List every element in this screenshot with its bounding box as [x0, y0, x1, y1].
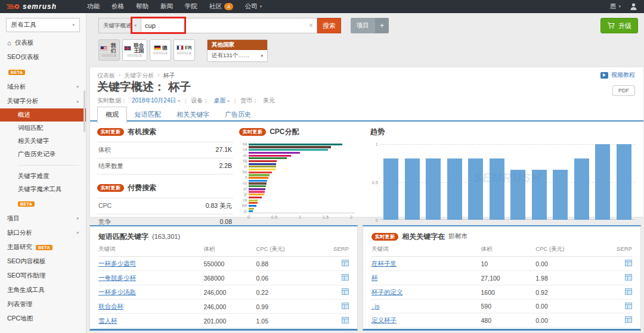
sidebar-item[interactable]: SEO写作助理	[0, 269, 86, 283]
keyword-link[interactable]: 在杯子里	[371, 260, 397, 267]
serp-icon[interactable]	[625, 288, 632, 295]
sidebar-item[interactable]: CPC地图	[0, 312, 86, 326]
sidebar-item-active[interactable]: 概述	[0, 108, 86, 122]
stat-label: 体积	[98, 146, 111, 154]
top-bar: semrush 功能价格帮助新闻学院社区4公司▾ 恩 ▾	[0, 0, 644, 13]
serp-icon[interactable]	[342, 317, 349, 323]
cpc-cell: 0.99	[256, 303, 317, 310]
tab-item[interactable]: 短语匹配	[127, 107, 169, 123]
sidebar-item[interactable]: 关键字分析▴	[0, 94, 86, 108]
cpc-country-label: za	[239, 198, 249, 203]
country-tab-label: 德	[154, 45, 168, 51]
bar	[574, 158, 589, 220]
column-header: SERP	[316, 245, 349, 253]
sidebar-scrollbar[interactable]	[83, 91, 85, 132]
top-nav-item[interactable]: 社区4	[209, 2, 233, 11]
all-tools-select[interactable]: 所有工具 ▾	[6, 18, 80, 32]
project-button[interactable]: 项目	[351, 18, 375, 33]
sidebar-item[interactable]: 缺口分析▾	[0, 226, 86, 240]
sidebar-item-sub[interactable]: 关键字魔术工具	[0, 183, 86, 196]
user-icon[interactable]	[630, 3, 637, 10]
search-scope-select[interactable]: 关键字概述 ▾	[98, 18, 141, 33]
chevron-down-icon: ▾	[618, 4, 621, 9]
keyword-link[interactable]: 一杯多少盎司	[98, 260, 136, 267]
keyword-link[interactable]: ..js	[371, 303, 379, 310]
top-nav-item[interactable]: 新闻	[160, 2, 173, 11]
sidebar-item-sub[interactable]: 广告历史记录	[0, 148, 86, 161]
keyword-link[interactable]: 雪人杯	[98, 317, 117, 324]
country-tab-us[interactable]: 我们GOOGLE	[98, 39, 120, 61]
top-nav-item[interactable]: 价格	[112, 2, 124, 11]
top-nav-item[interactable]: 学院	[185, 2, 197, 11]
serp-icon[interactable]	[625, 316, 632, 323]
breadcrumb-item[interactable]: 关键字分析	[124, 71, 154, 80]
date-select[interactable]: 2018年10月24日 ▾	[132, 97, 180, 105]
serp-icon[interactable]	[625, 274, 632, 281]
tab-item[interactable]: 广告历史	[217, 107, 259, 123]
device-select[interactable]: 桌面 ▾	[213, 97, 229, 105]
sidebar-item-sub[interactable]: 相关关键字	[0, 135, 86, 148]
report-tabs: 概观短语匹配相关关键字广告历史	[97, 107, 259, 123]
cpc-cell: 0.00	[535, 317, 598, 324]
serp-icon[interactable]	[342, 303, 349, 309]
bar	[468, 158, 483, 220]
keyword-link[interactable]: 定义杯子	[371, 316, 397, 323]
country-tab-gb[interactable]: 联合王国GOOGLE	[122, 39, 147, 61]
keyword-cell: 一杯多少盎司	[98, 260, 203, 268]
top-nav-item[interactable]: 公司▾	[245, 2, 262, 11]
chevron-down-icon: ▾	[76, 85, 79, 89]
sidebar-item[interactable]: 主角生成工具	[0, 283, 86, 297]
organic-search-title: 实时更新 有机搜索	[97, 127, 233, 137]
volume-cell: 201,000	[203, 318, 256, 325]
bar	[617, 144, 631, 220]
sidebar-item[interactable]: 主题研究BETA	[0, 240, 86, 254]
tab-item[interactable]: 相关关键字	[169, 107, 217, 123]
serp-icon[interactable]	[342, 260, 349, 266]
search-button[interactable]: 搜索	[317, 18, 341, 33]
flag-gb-icon	[124, 46, 131, 51]
serp-icon[interactable]	[342, 288, 349, 295]
pdf-button[interactable]: PDF	[612, 85, 635, 96]
user-menu[interactable]: 恩 ▾	[610, 2, 621, 11]
sidebar-item-label: SEO写作助理	[7, 272, 45, 280]
other-countries-select[interactable]: 其他国家还有131个……▾	[207, 39, 268, 62]
cpc-title-text: CPC分配	[270, 127, 299, 137]
tab-active[interactable]: 概观	[97, 107, 127, 124]
add-project-button[interactable]: +	[375, 18, 389, 33]
keyword-link[interactable]: 一夸脱多少杯	[98, 274, 136, 281]
keyword-link[interactable]: 杯子的定义	[371, 288, 403, 295]
sidebar-item-sub[interactable]: 关键字难度	[0, 170, 86, 183]
clear-icon[interactable]: ×	[309, 21, 313, 30]
sidebar-item[interactable]: 域分析▾	[0, 80, 86, 94]
main-area: 关键字概述 ▾ cup × 搜索 项目 + 升级 我们GOOGLE联合王国GOO…	[86, 13, 644, 333]
top-nav-item[interactable]: 帮助	[136, 2, 148, 11]
keyword-link[interactable]: 联合会杯	[98, 303, 123, 310]
serp-icon[interactable]	[625, 303, 632, 309]
notification-badge: 4	[224, 3, 233, 10]
sidebar-item[interactable]: SEO仪表板	[0, 50, 86, 64]
sidebar-item[interactable]: 列表管理	[0, 297, 86, 312]
currency-label: 货币：	[240, 97, 258, 105]
sidebar-item[interactable]: 项目▾	[0, 211, 86, 226]
country-tab-de[interactable]: 德GOOGLE	[150, 39, 171, 61]
search-input[interactable]: cup ×	[141, 18, 317, 33]
bar	[249, 208, 254, 210]
keyword-link[interactable]: 杯	[371, 274, 378, 281]
breadcrumb-item: 杯子	[163, 71, 175, 80]
upgrade-button[interactable]: 升级	[600, 18, 638, 33]
top-nav-item[interactable]: 功能	[87, 2, 100, 11]
cpc-cell: 0.22	[256, 289, 317, 296]
semrush-logo[interactable]: semrush	[6, 2, 82, 11]
country-engine-label: GOOGLE	[177, 51, 192, 55]
sidebar-item[interactable]: SEO内容模板	[0, 254, 86, 269]
country-tab-fr[interactable]: FRGOOGLE	[174, 39, 195, 61]
related-keywords-table-title: 实时更新相关关键字在邯郸市	[371, 231, 632, 242]
sidebar-item-sub[interactable]: 词组匹配	[0, 122, 86, 135]
breadcrumb-item[interactable]: 仪表板	[97, 71, 115, 80]
sidebar-item[interactable]: ⌂仪表板	[0, 36, 86, 50]
video-tutorial-link[interactable]: 视频教程	[600, 71, 635, 79]
serp-icon[interactable]	[342, 274, 349, 281]
bar	[249, 160, 277, 162]
serp-icon[interactable]	[625, 260, 632, 266]
keyword-link[interactable]: 一杯多少汤匙	[98, 288, 136, 295]
